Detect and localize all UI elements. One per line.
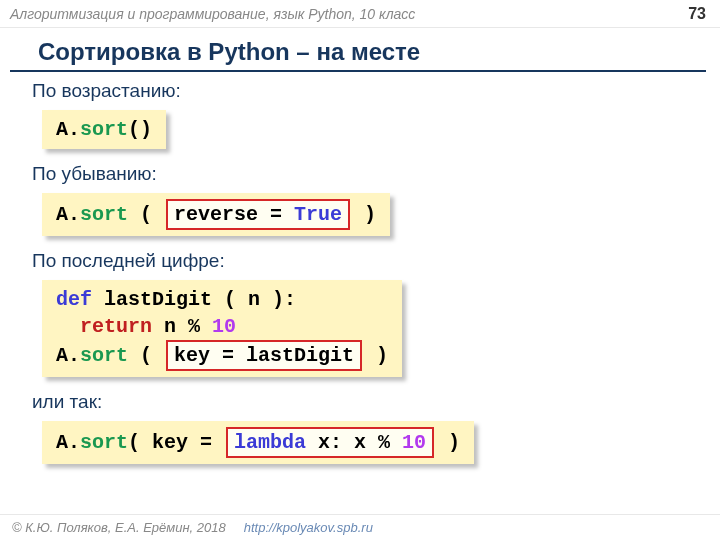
highlight-key-lastdigit: key = lastDigit: [166, 340, 362, 371]
slide-title: Сортировка в Python – на месте: [10, 30, 706, 72]
course-name: Алгоритмизация и программирование, язык …: [10, 6, 415, 22]
code-text: ): [436, 431, 460, 454]
code-text: A.: [56, 344, 80, 367]
copyright: © К.Ю. Поляков, Е.А. Ерёмин, 2018: [12, 520, 226, 535]
footer-link[interactable]: http://kpolyakov.spb.ru: [244, 520, 373, 535]
code-text: A.: [56, 431, 80, 454]
code-sort: sort: [80, 431, 128, 454]
code-text: x: x %: [306, 431, 402, 454]
highlight-reverse-true: reverse = True: [166, 199, 350, 230]
code-asc: A.sort(): [42, 110, 166, 149]
code-text: reverse =: [174, 203, 294, 226]
code-lambda: A.sort( key = lambda x: x % 10 ): [42, 421, 474, 464]
highlight-lambda: lambda x: x % 10: [226, 427, 434, 458]
code-sort: sort: [80, 344, 128, 367]
section-asc-label: По возрастанию:: [32, 80, 720, 102]
section-alt-label: или так:: [32, 391, 720, 413]
slide-footer: © К.Ю. Поляков, Е.А. Ерёмин, 2018 http:/…: [0, 514, 720, 540]
code-desc: A.sort ( reverse = True ): [42, 193, 390, 236]
code-sort: sort: [80, 118, 128, 141]
code-text: ): [352, 203, 376, 226]
code-number: 10: [212, 315, 236, 338]
code-lastdigit: def lastDigit ( n ): return n % 10 A.sor…: [42, 280, 402, 377]
code-def: def: [56, 288, 92, 311]
code-text: (): [128, 118, 152, 141]
code-text: n %: [152, 315, 212, 338]
code-text: (: [128, 344, 164, 367]
code-text: A.: [56, 203, 80, 226]
section-lastdigit-label: По последней цифре:: [32, 250, 720, 272]
section-desc-label: По убыванию:: [32, 163, 720, 185]
code-text: key = lastDigit: [174, 344, 354, 367]
code-text: ): [364, 344, 388, 367]
code-number: 10: [402, 431, 426, 454]
code-lambda-kw: lambda: [234, 431, 306, 454]
slide-header: Алгоритмизация и программирование, язык …: [0, 0, 720, 28]
code-text: ( key =: [128, 431, 224, 454]
code-text: (: [128, 203, 164, 226]
code-true: True: [294, 203, 342, 226]
code-text: A.: [56, 118, 80, 141]
code-return: return: [80, 315, 152, 338]
code-sort: sort: [80, 203, 128, 226]
page-number: 73: [688, 5, 706, 23]
slide-content: По возрастанию: A.sort() По убыванию: A.…: [0, 80, 720, 472]
code-text: lastDigit ( n ):: [92, 288, 296, 311]
